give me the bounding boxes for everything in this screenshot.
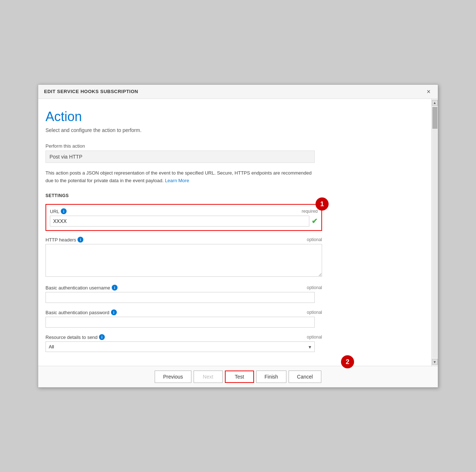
basic-auth-password-label: Basic authentication password: [45, 310, 110, 315]
finish-button[interactable]: Finish: [256, 371, 286, 383]
http-headers-label: HTTP headers: [45, 237, 76, 243]
basic-auth-username-row: Basic authentication username i optional: [45, 285, 322, 291]
scroll-thumb[interactable]: [432, 107, 437, 129]
page-subtitle: Select and configure the action to perfo…: [45, 127, 420, 133]
perform-action-value: Post via HTTP: [45, 151, 315, 163]
resource-details-select-container: All None Minimal Full: [45, 341, 315, 352]
scrollbar: ▲ ▼: [431, 99, 438, 366]
next-button: Next: [194, 371, 223, 383]
resource-details-section: Resource details to send i optional All …: [45, 334, 322, 352]
basic-auth-username-section: Basic authentication username i optional: [45, 285, 322, 303]
url-field-row: URL i required: [50, 208, 318, 214]
basic-auth-password-info-icon[interactable]: i: [111, 309, 117, 315]
url-info-icon[interactable]: i: [61, 208, 67, 214]
resource-details-optional: optional: [307, 335, 322, 340]
dialog-title: EDIT SERVICE HOOKS SUBSCRIPTION: [44, 89, 138, 94]
url-input-wrapper: ✔: [50, 216, 318, 227]
url-label: URL: [50, 209, 59, 214]
page-title: Action: [45, 109, 420, 124]
test-button[interactable]: Test: [225, 371, 254, 383]
annotation-1: 1: [316, 197, 329, 211]
url-check-icon: ✔: [312, 217, 318, 225]
http-headers-row: HTTP headers i optional: [45, 237, 322, 243]
resource-details-row: Resource details to send i optional: [45, 334, 322, 340]
scroll-track[interactable]: [432, 107, 437, 358]
description-text: This action posts a JSON object represen…: [45, 169, 315, 185]
resource-details-select[interactable]: All None Minimal Full: [45, 341, 315, 352]
http-headers-input[interactable]: [45, 244, 322, 277]
basic-auth-username-info-icon[interactable]: i: [112, 285, 118, 291]
url-section: 1 URL i required ✔: [45, 204, 322, 231]
basic-auth-password-row: Basic authentication password i optional: [45, 309, 322, 315]
dialog-title-bar: EDIT SERVICE HOOKS SUBSCRIPTION ×: [38, 85, 438, 99]
resource-details-label-group: Resource details to send i: [45, 334, 105, 340]
url-input[interactable]: [50, 216, 309, 227]
learn-more-link[interactable]: Learn More: [165, 178, 189, 183]
annotation-2: 2: [341, 355, 354, 368]
basic-auth-username-label: Basic authentication username: [45, 285, 110, 291]
main-content: Action Select and configure the action t…: [38, 99, 431, 366]
basic-auth-password-optional: optional: [307, 310, 322, 315]
basic-auth-password-input[interactable]: [45, 317, 315, 328]
basic-auth-password-section: Basic authentication password i optional: [45, 309, 322, 328]
http-headers-optional: optional: [307, 237, 322, 242]
perform-action-section: Perform this action Post via HTTP: [45, 143, 420, 163]
dialog-body: Action Select and configure the action t…: [38, 99, 438, 366]
http-headers-section: HTTP headers i optional: [45, 237, 322, 278]
previous-button[interactable]: Previous: [155, 371, 191, 383]
scroll-down-arrow[interactable]: ▼: [432, 359, 438, 365]
http-headers-info-icon[interactable]: i: [78, 237, 83, 243]
url-label-group: URL i: [50, 208, 67, 214]
settings-header: SETTINGS: [45, 193, 420, 198]
url-required: required: [302, 209, 318, 214]
basic-auth-username-label-group: Basic authentication username i: [45, 285, 118, 291]
close-button[interactable]: ×: [425, 88, 432, 95]
perform-action-label: Perform this action: [45, 143, 420, 149]
dialog-footer: 2 Previous Next Test Finish Cancel: [38, 366, 438, 387]
scroll-up-arrow[interactable]: ▲: [432, 100, 438, 106]
basic-auth-username-input[interactable]: [45, 292, 315, 303]
edit-service-hooks-dialog: EDIT SERVICE HOOKS SUBSCRIPTION × Action…: [38, 84, 438, 388]
resource-details-label: Resource details to send: [45, 335, 98, 340]
cancel-button[interactable]: Cancel: [289, 371, 321, 383]
http-headers-label-group: HTTP headers i: [45, 237, 83, 243]
basic-auth-password-label-group: Basic authentication password i: [45, 309, 117, 315]
resource-details-info-icon[interactable]: i: [99, 334, 105, 340]
basic-auth-username-optional: optional: [307, 285, 322, 290]
